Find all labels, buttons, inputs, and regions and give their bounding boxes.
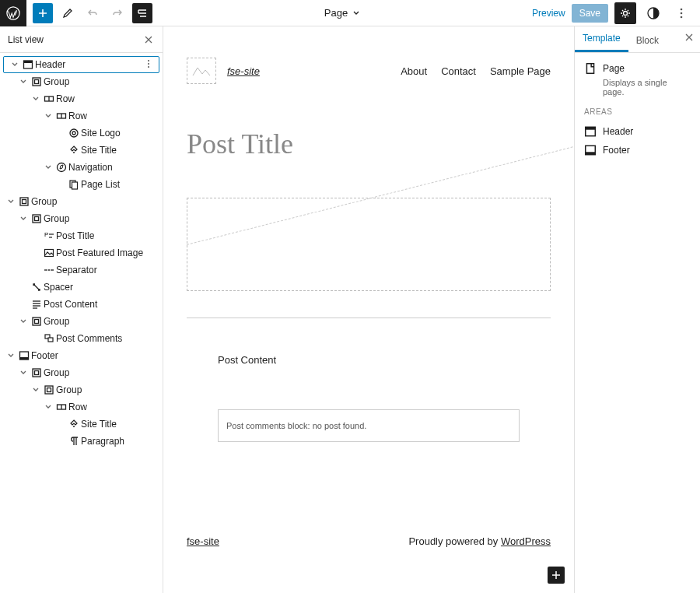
tab-template[interactable]: Template xyxy=(575,26,628,52)
tab-block[interactable]: Block xyxy=(628,29,667,52)
tree-item-label: Row xyxy=(56,93,75,104)
toggle-icon[interactable] xyxy=(5,352,17,360)
svg-point-32 xyxy=(681,12,683,14)
close-list-view-button[interactable] xyxy=(142,33,155,46)
template-type-row: Page xyxy=(584,62,691,75)
close-inspector-button[interactable] xyxy=(684,33,694,44)
block-inserter-button[interactable] xyxy=(33,3,53,23)
chevron-down-icon xyxy=(352,9,360,17)
tree-item-group[interactable]: Group xyxy=(0,381,163,398)
settings-button[interactable] xyxy=(614,2,636,24)
separator-block[interactable] xyxy=(187,318,551,318)
styles-button[interactable] xyxy=(642,2,664,24)
toggle-icon[interactable] xyxy=(9,61,21,68)
tree-item-nav[interactable]: Navigation xyxy=(0,159,163,176)
tree-item-group[interactable]: Group xyxy=(0,313,163,330)
toggle-icon[interactable] xyxy=(30,386,42,394)
more-options-button[interactable] xyxy=(670,2,692,24)
tree-item-label: Site Title xyxy=(81,419,117,430)
group-icon xyxy=(30,367,44,378)
list-view-toggle-button[interactable] xyxy=(132,3,152,23)
tree-item-sitetitle[interactable]: Site Title xyxy=(0,416,163,433)
svg-point-31 xyxy=(681,8,683,10)
tree-item-group[interactable]: Group xyxy=(0,210,163,227)
template-type-label: Page xyxy=(603,63,625,74)
tree-item-footer[interactable]: Footer xyxy=(0,347,163,364)
row-icon xyxy=(42,93,56,104)
tree-item-label: Navigation xyxy=(68,162,113,173)
wordpress-link[interactable]: WordPress xyxy=(501,535,551,547)
tree-item-header[interactable]: Header xyxy=(3,56,159,73)
redo-button[interactable] xyxy=(107,3,128,23)
tree-item-row[interactable]: Row xyxy=(0,398,163,416)
toggle-icon[interactable] xyxy=(30,95,42,103)
more-vertical-icon xyxy=(675,7,688,19)
block-tree: HeaderGroupRowRowSite LogoSite TitleNavi… xyxy=(0,53,163,593)
site-title-link[interactable]: fse-site xyxy=(227,65,260,77)
tree-item-more-button[interactable] xyxy=(143,58,154,72)
image-placeholder-icon xyxy=(192,64,211,78)
nav-link[interactable]: About xyxy=(401,65,427,77)
site-footer: fse-site Proudly powered by WordPress xyxy=(187,535,551,547)
edit-tool-button[interactable] xyxy=(58,3,78,23)
wordpress-logo-button[interactable] xyxy=(0,0,26,26)
tree-item-row[interactable]: Row xyxy=(0,107,163,125)
site-logo-placeholder[interactable] xyxy=(187,58,216,84)
tree-item-label: Site Title xyxy=(81,145,117,156)
tree-item-group[interactable]: Group xyxy=(0,73,163,90)
comments-icon xyxy=(42,333,56,344)
list-view-icon xyxy=(136,7,149,19)
toggle-icon[interactable] xyxy=(17,78,30,86)
tree-item-label: Group xyxy=(31,196,57,207)
nav-link[interactable]: Sample Page xyxy=(490,65,551,77)
tree-item-posttitle[interactable]: Post Title xyxy=(0,227,163,244)
svg-point-34 xyxy=(148,60,149,61)
tree-item-row[interactable]: Row xyxy=(0,90,163,107)
post-content-block[interactable]: Post Content xyxy=(187,354,551,366)
area-header[interactable]: Header xyxy=(584,122,691,141)
post-featured-image-block[interactable] xyxy=(187,198,551,291)
add-block-fab[interactable] xyxy=(548,567,565,584)
area-footer[interactable]: Footer xyxy=(584,141,691,160)
preview-button[interactable]: Preview xyxy=(532,8,565,19)
save-button[interactable]: Save xyxy=(572,4,608,23)
post-title-block[interactable]: Post Title xyxy=(187,128,551,160)
tree-item-group[interactable]: Group xyxy=(0,193,163,210)
tree-item-label: Group xyxy=(44,316,69,327)
undo-button[interactable] xyxy=(82,3,103,23)
toggle-icon[interactable] xyxy=(17,318,30,325)
footer-icon xyxy=(17,350,31,361)
toggle-icon[interactable] xyxy=(42,163,54,171)
plus-icon xyxy=(37,7,49,19)
group-icon xyxy=(30,316,44,327)
tree-item-sitelogo[interactable]: Site Logo xyxy=(0,125,163,142)
toggle-icon[interactable] xyxy=(17,369,30,377)
footer-icon xyxy=(584,144,597,156)
tree-item-postcontent[interactable]: Post Content xyxy=(0,296,163,313)
tree-item-spacer[interactable]: Spacer xyxy=(0,279,163,296)
tree-item-group[interactable]: Group xyxy=(0,364,163,381)
tree-item-separator[interactable]: Separator xyxy=(0,261,163,279)
tree-item-label: Paragraph xyxy=(81,436,124,447)
post-comments-block[interactable]: Post comments block: no post found. xyxy=(218,409,520,442)
document-type-dropdown[interactable]: Page xyxy=(152,7,532,19)
tree-item-paragraph[interactable]: Paragraph xyxy=(0,433,163,450)
sitelogo-icon xyxy=(67,128,81,139)
nav-link[interactable]: Contact xyxy=(441,65,476,77)
svg-point-36 xyxy=(148,66,149,68)
toggle-icon[interactable] xyxy=(42,403,54,411)
tree-item-sitetitle[interactable]: Site Title xyxy=(0,142,163,159)
tree-item-pagelist[interactable]: Page List xyxy=(0,176,163,193)
document-type-label: Page xyxy=(324,7,348,19)
tree-item-label: Post Featured Image xyxy=(56,247,143,258)
area-label: Header xyxy=(603,126,633,137)
footer-site-title[interactable]: fse-site xyxy=(187,535,219,547)
tree-item-featured[interactable]: Post Featured Image xyxy=(0,244,163,261)
svg-point-35 xyxy=(148,63,149,65)
tree-item-comments[interactable]: Post Comments xyxy=(0,330,163,347)
area-label: Footer xyxy=(603,145,630,156)
toggle-icon[interactable] xyxy=(42,112,54,120)
toggle-icon[interactable] xyxy=(17,215,30,223)
editor-canvas[interactable]: fse-site AboutContactSample Page Post Ti… xyxy=(163,26,574,593)
toggle-icon[interactable] xyxy=(5,198,17,205)
